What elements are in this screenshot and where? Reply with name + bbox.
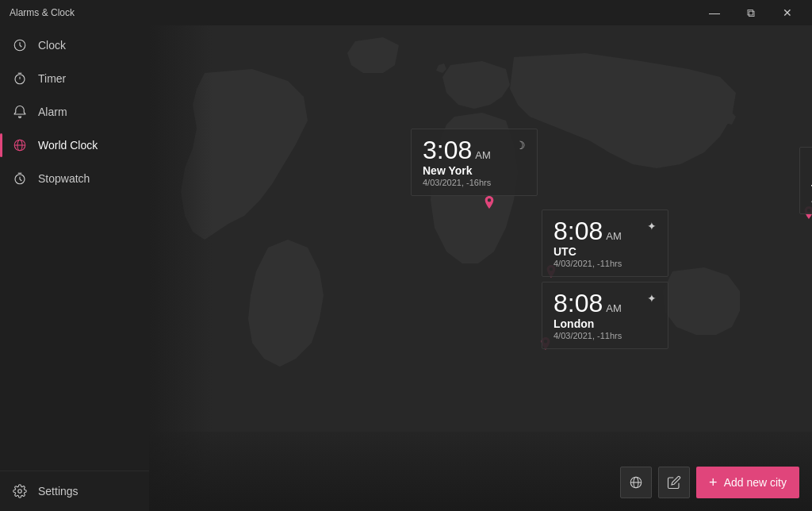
world-clock-icon — [13, 138, 27, 152]
edit-button[interactable] — [658, 467, 690, 498]
sidebar-item-clock[interactable]: Clock — [0, 29, 149, 62]
utc-city: UTC — [553, 245, 657, 258]
new-york-ampm: AM — [475, 149, 491, 161]
utc-time: 8:08 — [553, 218, 603, 244]
london-ampm: AM — [606, 302, 622, 314]
clock-card-new-york: 3:08 AM ☽ New York 4/03/2021, -16hrs — [411, 129, 538, 196]
alarm-icon — [13, 105, 27, 119]
sidebar-item-timer[interactable]: Timer — [0, 62, 149, 95]
add-city-label: Add new city — [724, 476, 787, 489]
sidebar-item-world-clock-label: World Clock — [38, 139, 98, 152]
add-city-button[interactable]: + Add new city — [696, 467, 799, 498]
svg-point-8 — [18, 490, 22, 494]
london-time: 8:08 — [553, 290, 603, 316]
world-map — [149, 25, 812, 432]
sidebar-item-alarm-label: Alarm — [38, 106, 67, 118]
new-york-pin — [485, 196, 494, 209]
clock-card-tokyo: 5:08 PM ✦ Tokyo 4/03/2021, -2hrs — [799, 147, 812, 214]
utc-icon: ✦ — [647, 220, 657, 232]
minimize-button[interactable]: — — [696, 0, 733, 25]
compare-button[interactable] — [620, 467, 652, 498]
restore-button[interactable]: ⧉ — [733, 0, 769, 25]
new-york-date: 4/03/2021, -16hrs — [423, 178, 526, 187]
sidebar-item-alarm[interactable]: Alarm — [0, 95, 149, 129]
london-icon: ✦ — [647, 292, 657, 305]
sidebar: Clock Timer Alarm World Clock — [0, 25, 149, 511]
utc-date: 4/03/2021, -11hrs — [553, 259, 657, 268]
clock-card-utc: 8:08 AM ✦ UTC 4/03/2021, -11hrs — [542, 209, 668, 277]
london-city: London — [553, 317, 657, 330]
plus-icon: + — [709, 474, 718, 491]
new-york-time: 3:08 — [423, 137, 472, 163]
utc-ampm: AM — [606, 230, 622, 242]
london-date: 4/03/2021, -11hrs — [553, 331, 657, 340]
compare-icon — [629, 475, 643, 490]
stopwatch-icon — [13, 171, 27, 186]
window-controls: — ⧉ ✕ — [696, 0, 806, 25]
sidebar-item-timer-label: Timer — [38, 72, 66, 85]
new-york-city: New York — [423, 164, 526, 177]
sidebar-bottom: Settings — [0, 471, 149, 511]
sidebar-item-settings-label: Settings — [38, 485, 79, 498]
sidebar-item-settings[interactable]: Settings — [0, 474, 149, 508]
app-title: Alarms & Clock — [10, 7, 75, 18]
app-body: Clock Timer Alarm World Clock — [0, 25, 812, 511]
timer-icon — [13, 71, 27, 86]
clock-icon — [13, 38, 27, 52]
sidebar-item-world-clock[interactable]: World Clock — [0, 129, 149, 162]
edit-icon — [667, 475, 681, 490]
sidebar-item-stopwatch-label: Stopwatch — [38, 172, 90, 185]
clock-card-london: 8:08 AM ✦ London 4/03/2021, -11hrs — [542, 282, 668, 349]
new-york-icon: ☽ — [515, 139, 526, 152]
bottom-toolbar: + Add new city — [620, 467, 799, 498]
map-area: 3:08 AM ☽ New York 4/03/2021, -16hrs 8:0… — [149, 25, 812, 511]
titlebar: Alarms & Clock — ⧉ ✕ — [0, 0, 812, 25]
settings-icon — [13, 484, 27, 498]
sidebar-item-clock-label: Clock — [38, 39, 66, 52]
sidebar-item-stopwatch[interactable]: Stopwatch — [0, 162, 149, 195]
close-button[interactable]: ✕ — [769, 0, 806, 25]
